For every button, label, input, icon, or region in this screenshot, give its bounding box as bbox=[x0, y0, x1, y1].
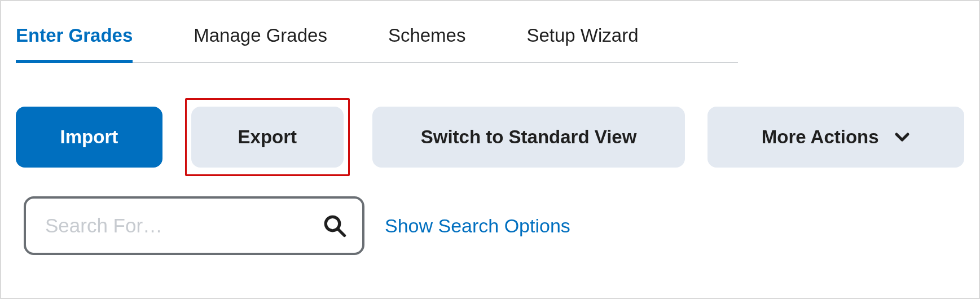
more-actions-button[interactable]: More Actions bbox=[707, 107, 964, 168]
button-label: Export bbox=[238, 126, 297, 148]
button-label: Import bbox=[60, 126, 118, 148]
tab-enter-grades[interactable]: Enter Grades bbox=[16, 17, 160, 62]
link-label: Show Search Options bbox=[385, 215, 570, 236]
grades-page-frame: Enter Grades Manage Grades Schemes Setup… bbox=[0, 0, 980, 299]
button-label: Switch to Standard View bbox=[421, 126, 637, 148]
tab-label: Enter Grades bbox=[16, 25, 133, 46]
tab-label: Setup Wizard bbox=[526, 25, 638, 46]
tab-setup-wizard[interactable]: Setup Wizard bbox=[493, 17, 665, 62]
search-input[interactable] bbox=[45, 214, 323, 237]
tab-label: Schemes bbox=[388, 25, 466, 46]
chevron-down-icon bbox=[894, 129, 911, 146]
svg-line-1 bbox=[338, 229, 344, 235]
toolbar: Import Export Switch to Standard View Mo… bbox=[16, 98, 964, 176]
search-icon[interactable] bbox=[323, 214, 346, 238]
button-label: More Actions bbox=[762, 126, 879, 148]
import-button[interactable]: Import bbox=[16, 107, 162, 168]
tabs-bar: Enter Grades Manage Grades Schemes Setup… bbox=[16, 17, 738, 63]
show-search-options-link[interactable]: Show Search Options bbox=[385, 215, 570, 237]
tab-manage-grades[interactable]: Manage Grades bbox=[160, 17, 354, 62]
tab-schemes[interactable]: Schemes bbox=[354, 17, 493, 62]
export-button[interactable]: Export bbox=[191, 107, 344, 168]
search-box[interactable] bbox=[24, 196, 364, 255]
export-highlight-box: Export bbox=[185, 98, 350, 176]
switch-view-button[interactable]: Switch to Standard View bbox=[372, 107, 685, 168]
tab-label: Manage Grades bbox=[194, 25, 327, 46]
search-row: Show Search Options bbox=[16, 196, 964, 255]
